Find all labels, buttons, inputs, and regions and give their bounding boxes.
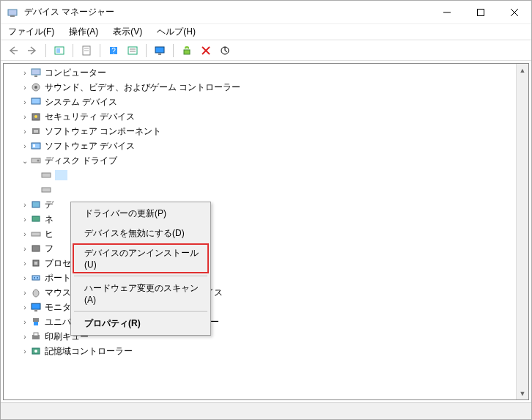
tree-node-computer[interactable]: ›コンピューター [4,65,528,80]
chevron-down-icon[interactable]: ⌄ [20,157,30,165]
tree-node-system[interactable]: ›システム デバイス [4,95,528,109]
menubar: ファイル(F) 操作(A) 表示(V) ヘルプ(H) [1,24,531,40]
svg-rect-3 [478,9,484,15]
svg-rect-44 [34,262,37,265]
softdev-icon [30,140,42,152]
forward-button[interactable] [24,43,40,59]
disk-icon [30,155,42,166]
menu-help[interactable]: ヘルプ(H) [152,24,200,40]
svg-rect-24 [32,69,40,75]
maximize-button[interactable] [464,1,498,23]
svg-rect-41 [32,232,40,236]
enable-icon[interactable] [179,43,195,59]
tree-node-disk-child[interactable] [4,183,528,197]
monitor-icon [30,301,42,313]
svg-rect-15 [128,47,137,54]
ctx-disable-device[interactable]: デバイスを無効にする(D) [73,224,209,243]
vertical-scrollbar[interactable]: ▲ ▼ [516,64,528,399]
svg-rect-38 [42,188,51,192]
svg-point-48 [33,290,39,297]
svg-rect-54 [34,333,38,336]
svg-rect-32 [34,130,38,133]
separator [146,44,147,57]
tree-node-disk[interactable]: ⌄ディスク ドライブ [4,153,528,168]
svg-point-27 [34,86,37,89]
component-icon [30,125,42,137]
menu-action[interactable]: 操作(A) [64,24,103,40]
help-icon[interactable]: ? [106,43,122,59]
context-menu: ドライバーの更新(P) デバイスを無効にする(D) デバイスのアンインストール(… [70,202,211,336]
svg-point-47 [37,277,38,279]
list-icon[interactable] [125,43,141,59]
svg-rect-18 [155,47,164,53]
minimize-button[interactable] [430,1,464,23]
separator [74,311,207,312]
system-icon [30,96,42,108]
svg-rect-28 [32,98,40,104]
svg-rect-34 [33,144,35,147]
computer-icon [30,67,42,78]
toolbar: ? [1,40,531,61]
sound-icon [30,81,42,93]
svg-rect-52 [34,322,38,325]
titlebar: デバイス マネージャー [1,1,531,24]
menu-file[interactable]: ファイル(F) [4,24,59,40]
monitor-icon[interactable] [152,43,168,59]
svg-rect-0 [8,10,17,15]
svg-point-46 [34,277,35,279]
firmware-icon [30,243,42,254]
scroll-down-icon[interactable]: ▼ [517,387,528,399]
separator [74,276,207,276]
svg-rect-20 [184,50,190,54]
display-icon [30,199,42,210]
svg-rect-40 [32,216,40,221]
ctx-update-driver[interactable]: ドライバーの更新(P) [73,204,209,224]
tree-node-sound[interactable]: ›サウンド、ビデオ、およびゲーム コントローラー [4,80,528,95]
scan-icon[interactable] [217,43,233,59]
usb-icon [30,316,42,328]
tree-node-storage[interactable]: ›記憶域コントローラー [4,344,528,358]
separator [100,44,100,57]
ctx-properties[interactable]: プロパティ(R) [73,314,209,334]
print-icon [30,331,42,342]
app-icon [7,7,18,18]
window-title: デバイス マネージャー [24,6,430,18]
svg-point-56 [34,350,37,353]
processor-icon [30,257,42,269]
back-button[interactable] [5,43,21,59]
svg-rect-45 [32,276,40,280]
disk-icon [40,184,52,196]
tree-node-softcomp[interactable]: ›ソフトウェア コンポーネント [4,124,528,139]
uninstall-icon[interactable] [198,43,214,59]
svg-rect-42 [32,246,40,251]
scroll-up-icon[interactable]: ▲ [517,64,528,76]
mouse-icon [30,287,42,298]
tree-node-security[interactable]: ›セキュリティ デバイス [4,109,528,124]
svg-text:?: ? [111,47,116,55]
menu-view[interactable]: 表示(V) [108,24,147,40]
storage-icon [30,345,42,357]
ports-icon [30,272,42,284]
svg-rect-25 [34,75,37,77]
svg-rect-1 [10,15,15,17]
svg-rect-50 [34,310,37,312]
ctx-scan-hardware[interactable]: ハードウェア変更のスキャン(A) [73,279,209,309]
svg-rect-37 [42,173,51,177]
svg-point-36 [37,160,40,162]
ctx-uninstall-device[interactable]: デバイスのアンインストール(U) [73,243,209,273]
tree-node-disk-child[interactable] [4,168,528,183]
separator [45,44,46,57]
properties-icon[interactable] [78,43,95,59]
svg-rect-49 [32,303,40,309]
svg-rect-19 [158,54,161,55]
svg-rect-33 [32,143,40,149]
tree-node-softdev[interactable]: ›ソフトウェア デバイス [4,139,528,153]
separator [73,44,73,57]
separator [173,44,174,57]
svg-rect-51 [33,318,39,322]
show-hide-icon[interactable] [51,43,67,59]
security-icon [30,111,42,122]
svg-rect-9 [56,48,60,53]
close-button[interactable] [498,1,531,23]
window-controls [430,1,531,23]
